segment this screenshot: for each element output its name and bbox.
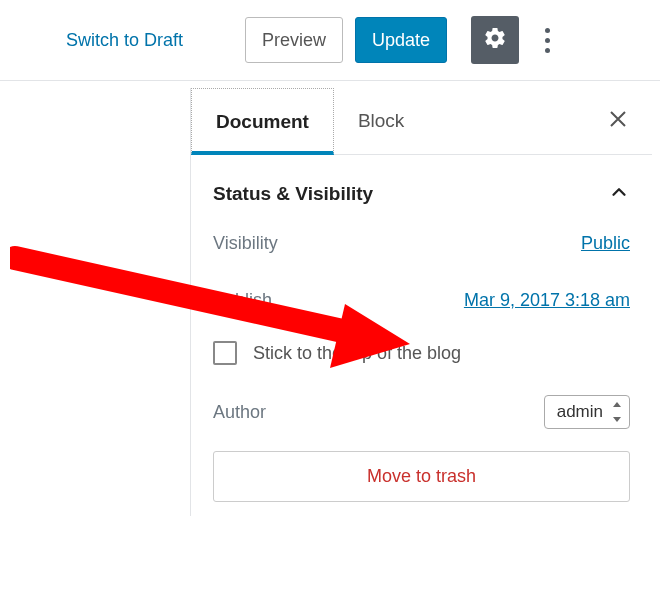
gear-icon — [483, 26, 507, 54]
tab-block[interactable]: Block — [334, 88, 428, 154]
publish-date-link[interactable]: Mar 9, 2017 3:18 am — [464, 290, 630, 311]
close-icon — [608, 107, 628, 134]
status-visibility-header[interactable]: Status & Visibility — [213, 175, 630, 223]
settings-button[interactable] — [471, 16, 519, 64]
section-title: Status & Visibility — [213, 183, 373, 205]
more-options-button[interactable] — [531, 18, 564, 63]
sticky-checkbox[interactable] — [213, 341, 237, 365]
dots-icon — [545, 28, 550, 33]
visibility-value-link[interactable]: Public — [581, 233, 630, 254]
publish-label: Publish — [213, 290, 272, 311]
close-panel-button[interactable] — [584, 107, 652, 135]
update-button[interactable]: Update — [355, 17, 447, 63]
visibility-label: Visibility — [213, 233, 278, 254]
chevron-up-icon — [608, 181, 630, 207]
move-to-trash-button[interactable]: Move to trash — [213, 451, 630, 502]
preview-button[interactable]: Preview — [245, 17, 343, 63]
author-select[interactable]: admin — [544, 395, 630, 429]
tab-document[interactable]: Document — [191, 88, 334, 155]
sticky-label: Stick to the top of the blog — [253, 343, 461, 364]
switch-to-draft-link[interactable]: Switch to Draft — [66, 30, 183, 51]
author-label: Author — [213, 402, 266, 423]
settings-panel: Document Block Status & Visibility Visib… — [190, 88, 652, 516]
